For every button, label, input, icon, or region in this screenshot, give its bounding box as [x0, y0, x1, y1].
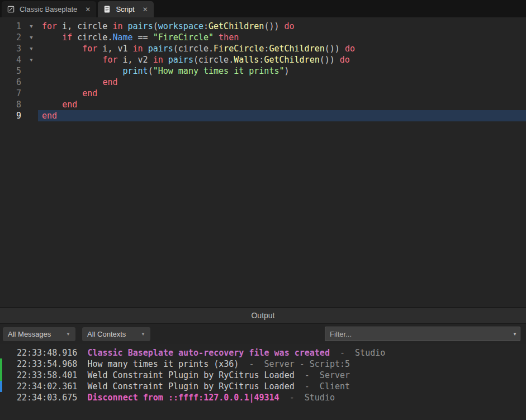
document-tab-bar: Classic Baseplate ✕ Script ✕ — [0, 0, 526, 17]
close-tab-icon[interactable]: ✕ — [143, 6, 148, 13]
tab-label: Script — [116, 5, 134, 13]
log-text: How many times it prints (x36) — [87, 359, 239, 369]
code-text: for i, v2 in pairs(circle.Walls:GetChild… — [38, 54, 526, 65]
chevron-down-icon: ▼ — [141, 332, 145, 337]
code-text: for i, v1 in pairs(circle.FireCircle:Get… — [38, 43, 526, 54]
log-text: - Server — [295, 370, 350, 380]
server-context-bar — [0, 358, 2, 370]
chevron-down-icon: ▼ — [66, 332, 70, 337]
log-row[interactable]: 22:33:54.968 How many times it prints (x… — [0, 358, 526, 370]
log-text: - Client — [295, 381, 350, 391]
fold-spacer — [25, 65, 38, 77]
code-line[interactable]: 7 end — [0, 88, 526, 99]
code-text: end — [38, 110, 526, 121]
script-document-icon — [103, 5, 111, 13]
output-filter-combobox[interactable]: ▼ — [325, 327, 520, 341]
log-row[interactable]: 22:34:02.361 Weld Constraint Plugin by R… — [0, 381, 526, 392]
log-row[interactable]: 22:33:48.916 Classic Baseplate auto-reco… — [0, 347, 526, 358]
code-line[interactable]: 5 print("How many times it prints") — [0, 65, 526, 77]
output-panel-header: Output — [0, 307, 526, 323]
line-number[interactable]: 8 — [0, 99, 25, 110]
close-tab-icon[interactable]: ✕ — [85, 6, 91, 13]
tab-classic-baseplate[interactable]: Classic Baseplate ✕ — [2, 1, 96, 17]
fold-arrow-icon[interactable]: ▼ — [25, 54, 38, 65]
output-log[interactable]: 22:33:48.916 Classic Baseplate auto-reco… — [0, 344, 526, 420]
server-context-bar — [0, 370, 2, 381]
contexts-filter-dropdown[interactable]: All Contexts ▼ — [82, 327, 150, 341]
messages-filter-label: All Messages — [8, 330, 51, 338]
code-line[interactable]: 3▼ for i, v1 in pairs(circle.FireCircle:… — [0, 43, 526, 54]
log-timestamp: 22:33:48.916 — [17, 348, 77, 358]
log-text: - Server - Script:5 — [239, 359, 350, 369]
log-text: - Studio — [330, 348, 385, 358]
code-text: for i, circle in pairs(workspace:GetChil… — [38, 21, 526, 32]
code-text: end — [38, 88, 526, 99]
messages-filter-dropdown[interactable]: All Messages ▼ — [3, 327, 75, 341]
line-number[interactable]: 7 — [0, 88, 25, 99]
line-number[interactable]: 6 — [0, 77, 25, 88]
code-line[interactable]: 2▼ if circle.Name == "FireCircle" then — [0, 32, 526, 43]
log-text: Classic Baseplate auto-recovery file was… — [87, 348, 329, 358]
log-text: Weld Constraint Plugin by RyCitrus Loade… — [87, 370, 294, 380]
line-number[interactable]: 5 — [0, 65, 25, 77]
code-line[interactable]: 9end — [0, 110, 526, 121]
fold-arrow-icon[interactable]: ▼ — [25, 21, 38, 32]
code-editor[interactable]: 1▼for i, circle in pairs(workspace:GetCh… — [0, 17, 526, 307]
client-context-bar — [0, 381, 2, 392]
line-number[interactable]: 1 — [0, 21, 25, 32]
code-lines: 1▼for i, circle in pairs(workspace:GetCh… — [0, 21, 526, 121]
baseplate-place-icon — [7, 5, 15, 13]
code-text: end — [38, 77, 526, 88]
studio-window: Classic Baseplate ✕ Script ✕ 1▼for i, ci… — [0, 0, 526, 420]
contexts-filter-label: All Contexts — [87, 330, 126, 338]
code-line[interactable]: 6 end — [0, 77, 526, 88]
log-text: Disconnect from ::ffff:127.0.0.1|49314 — [87, 393, 279, 403]
log-row[interactable]: 22:33:58.401 Weld Constraint Plugin by R… — [0, 370, 526, 381]
code-line[interactable]: 4▼ for i, v2 in pairs(circle.Walls:GetCh… — [0, 54, 526, 65]
log-timestamp: 22:34:03.675 — [17, 393, 77, 403]
code-text: if circle.Name == "FireCircle" then — [38, 32, 526, 43]
tab-label: Classic Baseplate — [20, 5, 77, 13]
chevron-down-icon[interactable]: ▼ — [510, 332, 520, 337]
log-row[interactable]: 22:34:03.675 Disconnect from ::ffff:127.… — [0, 392, 526, 403]
log-timestamp: 22:33:58.401 — [17, 370, 77, 380]
fold-spacer — [25, 99, 38, 110]
fold-arrow-icon[interactable]: ▼ — [25, 32, 38, 43]
output-panel-title: Output — [251, 311, 274, 320]
log-timestamp: 22:34:02.361 — [17, 381, 77, 391]
log-timestamp: 22:33:54.968 — [17, 359, 77, 369]
code-line[interactable]: 8 end — [0, 99, 526, 110]
output-toolbar: All Messages ▼ All Contexts ▼ ▼ — [0, 323, 526, 344]
code-line[interactable]: 1▼for i, circle in pairs(workspace:GetCh… — [0, 21, 526, 32]
output-filter-input[interactable] — [325, 330, 510, 338]
fold-spacer — [25, 88, 38, 99]
fold-arrow-icon[interactable]: ▼ — [25, 43, 38, 54]
line-number[interactable]: 2 — [0, 32, 25, 43]
log-text: Weld Constraint Plugin by RyCitrus Loade… — [87, 381, 294, 391]
line-number[interactable]: 4 — [0, 54, 25, 65]
code-text: end — [38, 99, 526, 110]
fold-spacer — [25, 110, 38, 121]
line-number[interactable]: 9 — [0, 110, 25, 121]
code-text: print("How many times it prints") — [38, 65, 526, 77]
fold-spacer — [25, 77, 38, 88]
line-number[interactable]: 3 — [0, 43, 25, 54]
tab-script[interactable]: Script ✕ — [98, 1, 153, 17]
log-text: - Studio — [279, 393, 335, 403]
